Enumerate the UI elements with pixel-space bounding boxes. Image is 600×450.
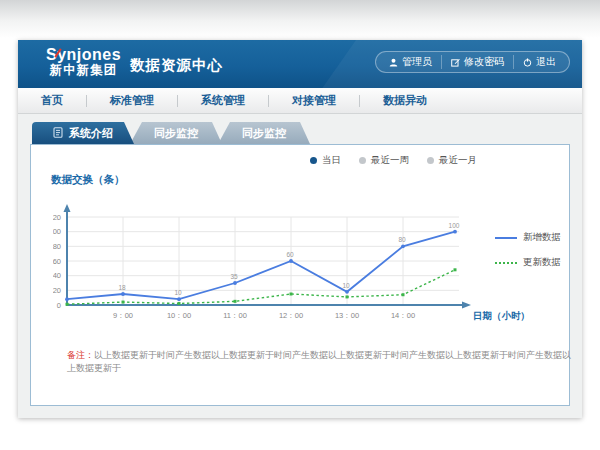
data-point-label: 10	[174, 289, 182, 296]
chart-panel: 当日 最近一周 最近一月 数据交换（条） 0204060801001209：00…	[30, 144, 570, 406]
range-option-last-week[interactable]: 最近一周	[359, 154, 409, 167]
tab-sync-monitor-1[interactable]: 同步监控	[130, 122, 222, 144]
data-point	[121, 292, 125, 296]
legend-item-updated-data[interactable]: 更新数据	[495, 256, 561, 269]
window-top-shadow	[0, 0, 600, 38]
page-title: 数据资源中心	[130, 56, 223, 75]
note-text: 以上数据更新于时间产生数据以上数据更新于时间产生数据以上数据更新于时间产生数据以…	[67, 350, 571, 373]
tab-sync-monitor-2[interactable]: 同步监控	[218, 122, 310, 144]
company-logo: Synjones 新中新集团	[46, 46, 121, 77]
note-label: 备注：	[67, 350, 94, 360]
data-point	[66, 303, 69, 306]
current-user-button[interactable]: 管理员	[380, 55, 441, 69]
user-icon	[389, 58, 398, 67]
data-point	[233, 281, 237, 285]
app-header: Synjones 新中新集团 数据资源中心 管理员 修改密码 退出	[18, 40, 582, 88]
x-tick-label: 9：00	[113, 311, 133, 320]
data-point-label: 100	[449, 222, 460, 229]
y-tick-label: 20	[53, 286, 61, 295]
app-page: Synjones 新中新集团 数据资源中心 管理员 修改密码 退出	[18, 40, 582, 418]
x-tick-label: 13：00	[335, 311, 359, 320]
x-tick-label: 12：00	[279, 311, 303, 320]
logo-company-name: 新中新集团	[46, 64, 121, 78]
radio-dot-icon	[427, 157, 434, 164]
y-axis-arrow-icon	[64, 204, 71, 212]
data-point	[65, 297, 69, 301]
logo-brand-text: Synjones	[46, 46, 121, 64]
edit-icon	[451, 58, 460, 67]
data-point	[345, 290, 349, 294]
tab-system-intro[interactable]: 系统介绍	[32, 122, 134, 144]
x-tick-label: 11：00	[223, 311, 247, 320]
tab-bar: 系统介绍 同步监控 同步监控	[32, 122, 570, 144]
change-password-button[interactable]: 修改密码	[441, 55, 513, 69]
data-point-label: 35	[230, 273, 238, 280]
legend-item-new-data[interactable]: 新增数据	[495, 231, 561, 244]
y-axis-title: 数据交换（条）	[51, 173, 125, 187]
y-tick-label: 80	[53, 242, 61, 251]
data-point	[178, 302, 181, 305]
data-point	[453, 230, 457, 234]
x-axis-title: 日期（小时）	[473, 310, 530, 322]
content-area: 系统介绍 同步监控 同步监控 当日 最近一周	[18, 114, 582, 406]
user-toolbar: 管理员 修改密码 退出	[375, 51, 570, 73]
radio-dot-icon	[310, 157, 317, 164]
x-tick-label: 14：00	[391, 311, 415, 320]
power-icon	[523, 58, 532, 67]
data-point-label: 60	[286, 251, 294, 258]
range-option-today[interactable]: 当日	[310, 154, 341, 167]
y-tick-label: 0	[57, 301, 61, 310]
nav-item-docking-mgmt[interactable]: 对接管理	[269, 93, 359, 108]
data-point	[402, 293, 405, 296]
nav-item-system-mgmt[interactable]: 系统管理	[178, 93, 268, 108]
y-tick-label: 120	[53, 213, 61, 222]
data-point	[454, 268, 457, 271]
nav-item-standard-mgmt[interactable]: 标准管理	[87, 93, 177, 108]
data-point	[177, 297, 181, 301]
data-point	[290, 293, 293, 296]
data-point-label: 10	[342, 282, 350, 289]
y-tick-label: 60	[53, 257, 61, 266]
data-point	[289, 259, 293, 263]
data-point	[122, 301, 125, 304]
chart-area: 0204060801001209：0010：0011：0012：0013：001…	[53, 191, 533, 329]
nav-item-home[interactable]: 首页	[18, 93, 86, 108]
data-point	[401, 244, 405, 248]
y-tick-label: 100	[53, 227, 61, 236]
legend-line-sample	[495, 262, 517, 264]
data-point-label: 80	[398, 236, 406, 243]
y-tick-label: 40	[53, 271, 61, 280]
nav-item-data-change[interactable]: 数据异动	[360, 93, 450, 108]
radio-dot-icon	[359, 157, 366, 164]
data-point-label: 18	[118, 284, 126, 291]
legend-line-sample	[495, 237, 517, 239]
data-point	[346, 295, 349, 298]
range-option-last-month[interactable]: 最近一月	[427, 154, 477, 167]
x-tick-label: 10：00	[167, 311, 191, 320]
series-legend: 新增数据 更新数据	[495, 231, 561, 281]
logout-button[interactable]: 退出	[513, 55, 565, 69]
footer-note: 备注：以上数据更新于时间产生数据以上数据更新于时间产生数据以上数据更新于时间产生…	[67, 349, 572, 374]
data-point	[234, 300, 237, 303]
line-chart: 0204060801001209：0010：0011：0012：0013：001…	[53, 191, 533, 325]
document-icon	[53, 127, 63, 140]
x-axis-arrow-icon	[462, 302, 471, 309]
time-range-selector: 当日 最近一周 最近一月	[310, 154, 477, 167]
main-nav: 首页 标准管理 系统管理 对接管理 数据异动	[18, 88, 582, 114]
